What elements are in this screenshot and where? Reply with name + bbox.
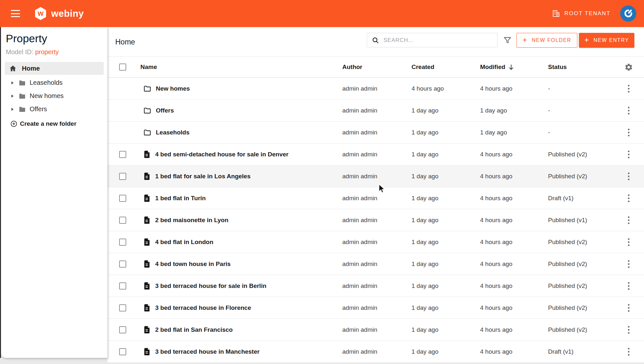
kebab-menu-icon[interactable] — [628, 150, 630, 159]
row-status: Published (v2) — [548, 261, 620, 268]
table-row[interactable]: 4 bed semi-detached house for sale in De… — [108, 143, 644, 165]
kebab-menu-icon[interactable] — [628, 216, 630, 225]
model-id-value[interactable]: property — [35, 48, 59, 55]
row-created: 1 day ago — [412, 282, 480, 290]
caret-right-icon[interactable] — [11, 107, 14, 111]
table-row[interactable]: New homesadmin admin4 hours ago4 hours a… — [108, 78, 644, 100]
folder-filled-icon — [18, 79, 26, 87]
row-name[interactable]: Leaseholds — [156, 129, 190, 136]
kebab-menu-icon[interactable] — [628, 84, 630, 93]
sidebar-folder-item[interactable]: Leaseholds — [1, 76, 107, 89]
table-row[interactable]: Offersadmin admin1 day ago1 day ago- — [108, 100, 644, 122]
document-icon — [143, 216, 151, 224]
table-row[interactable]: 3 bed terraced house in Florenceadmin ad… — [108, 297, 644, 319]
table-row[interactable]: Leaseholdsadmin admin1 day ago1 day ago- — [108, 122, 644, 143]
row-checkbox[interactable] — [119, 195, 126, 202]
row-name[interactable]: 4 bed flat in London — [155, 239, 213, 246]
row-checkbox[interactable] — [119, 304, 126, 311]
row-name[interactable]: 4 bed semi-detached house for sale in De… — [155, 151, 289, 158]
kebab-menu-icon[interactable] — [628, 281, 630, 290]
row-checkbox[interactable] — [119, 173, 126, 180]
sidebar-home-label: Home — [22, 65, 40, 72]
row-name[interactable]: 3 bed terraced house in Florence — [155, 304, 251, 311]
row-status: Published (v1) — [548, 217, 620, 224]
row-created: 1 day ago — [412, 151, 480, 158]
table-row[interactable]: 2 bed maisonette in Lyonadmin admin1 day… — [108, 209, 644, 231]
row-checkbox[interactable] — [119, 239, 126, 246]
row-checkbox[interactable] — [119, 261, 126, 268]
user-avatar[interactable] — [620, 5, 636, 22]
table-row[interactable]: 1 bed flat in Turinadmin admin1 day ago4… — [108, 187, 644, 209]
sidebar-folder-label: Offers — [30, 105, 47, 113]
kebab-menu-icon[interactable] — [628, 106, 630, 115]
table-row[interactable]: 2 bed flat in San Franciscoadmin admin1 … — [108, 319, 644, 341]
kebab-menu-icon[interactable] — [628, 194, 630, 203]
row-status: Published (v2) — [548, 173, 620, 180]
row-checkbox[interactable] — [119, 348, 126, 355]
kebab-menu-icon[interactable] — [628, 325, 630, 334]
kebab-menu-icon[interactable] — [628, 347, 630, 356]
row-name[interactable]: 1 bed flat for sale in Los Angeles — [155, 173, 251, 180]
gear-icon[interactable] — [624, 63, 633, 72]
row-name[interactable]: 3 bed terraced house for sale in Berlin — [155, 282, 266, 290]
sidebar-folder-item[interactable]: New homes — [1, 89, 107, 103]
row-name[interactable]: 1 bed flat in Turin — [155, 195, 206, 202]
kebab-menu-icon[interactable] — [628, 303, 630, 312]
sidebar-folder-item[interactable]: Offers — [1, 103, 107, 116]
document-icon — [143, 348, 151, 356]
search-input[interactable] — [383, 37, 497, 44]
row-author: admin admin — [342, 129, 412, 136]
kebab-menu-icon[interactable] — [628, 128, 630, 137]
row-checkbox[interactable] — [119, 217, 126, 224]
row-modified: 4 hours ago — [480, 239, 548, 246]
column-header-author[interactable]: Author — [342, 64, 412, 71]
folder-filled-icon — [18, 92, 26, 100]
table-row[interactable]: 3 bed terraced house for sale in Berlina… — [108, 275, 644, 297]
row-name[interactable]: 2 bed maisonette in Lyon — [155, 217, 228, 224]
caret-right-icon[interactable] — [11, 81, 14, 85]
row-name[interactable]: New homes — [156, 85, 190, 92]
column-header-name[interactable]: Name — [140, 64, 342, 71]
select-all-checkbox[interactable] — [119, 64, 126, 71]
document-icon — [143, 304, 151, 312]
row-created: 1 day ago — [412, 304, 480, 311]
column-header-created[interactable]: Created — [412, 64, 480, 71]
sidebar-item-home[interactable]: Home — [5, 62, 104, 75]
row-checkbox[interactable] — [119, 151, 126, 158]
brand-wordmark: webiny — [51, 8, 84, 19]
document-icon — [143, 282, 151, 290]
kebab-menu-icon[interactable] — [628, 172, 630, 181]
column-header-modified[interactable]: Modified — [480, 64, 548, 71]
table-row[interactable]: 4 bed town house in Parisadmin admin1 da… — [108, 253, 644, 275]
table-row[interactable]: 4 bed flat in Londonadmin admin1 day ago… — [108, 231, 644, 253]
row-created: 4 hours ago — [412, 85, 480, 92]
row-name[interactable]: 3 bed terraced house in Manchester — [155, 348, 260, 355]
kebab-menu-icon[interactable] — [628, 260, 630, 269]
new-folder-button[interactable]: + NEW FOLDER — [516, 33, 577, 48]
row-status: Draft (v1) — [548, 348, 620, 355]
table-row[interactable]: 1 bed flat for sale in Los Angelesadmin … — [108, 165, 644, 187]
caret-right-icon[interactable] — [11, 94, 14, 98]
model-title: Property — [6, 32, 47, 45]
row-modified: 4 hours ago — [480, 261, 548, 268]
row-checkbox[interactable] — [119, 326, 126, 333]
filter-icon[interactable] — [503, 36, 512, 45]
row-author: admin admin — [342, 217, 412, 224]
row-created: 1 day ago — [412, 326, 480, 333]
new-entry-button[interactable]: + NEW ENTRY — [579, 33, 634, 48]
breadcrumb[interactable]: Home — [115, 37, 135, 46]
row-checkbox[interactable] — [119, 282, 126, 290]
create-folder-button[interactable]: Create a new folder — [10, 118, 76, 130]
row-name[interactable]: 2 bed flat in San Francisco — [155, 326, 233, 333]
row-name[interactable]: 4 bed town house in Paris — [155, 261, 231, 268]
row-status: Published (v2) — [548, 282, 620, 290]
kebab-menu-icon[interactable] — [628, 238, 630, 247]
tenant-selector[interactable]: ROOT TENANT — [552, 9, 611, 18]
column-header-status[interactable]: Status — [548, 64, 620, 71]
row-name[interactable]: Offers — [156, 107, 174, 114]
folder-icon — [143, 106, 151, 114]
building-icon — [552, 9, 560, 18]
hamburger-icon[interactable] — [11, 10, 20, 17]
table-row[interactable]: 3 bed terraced house in Manchesteradmin … — [108, 341, 644, 363]
row-created: 1 day ago — [412, 348, 480, 355]
